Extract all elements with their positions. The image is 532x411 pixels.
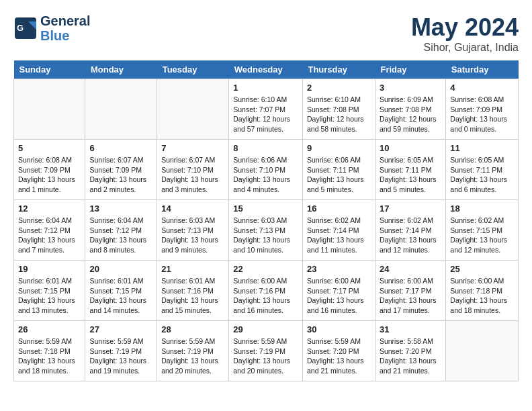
day-info: Sunrise: 5:59 AMSunset: 7:18 PMDaylight:…: [18, 336, 81, 376]
weekday-header-saturday: Saturday: [446, 60, 519, 79]
calendar-week-row: 26Sunrise: 5:59 AMSunset: 7:18 PMDayligh…: [14, 321, 519, 381]
day-number: 1: [233, 83, 298, 93]
day-number: 5: [18, 143, 81, 153]
day-info: Sunrise: 6:01 AMSunset: 7:16 PMDaylight:…: [161, 276, 224, 316]
day-info: Sunrise: 6:02 AMSunset: 7:15 PMDaylight:…: [450, 216, 514, 255]
day-info: Sunrise: 6:01 AMSunset: 7:15 PMDaylight:…: [89, 276, 152, 316]
day-info: Sunrise: 6:07 AMSunset: 7:10 PMDaylight:…: [161, 155, 224, 195]
day-info: Sunrise: 5:59 AMSunset: 7:19 PMDaylight:…: [89, 336, 152, 376]
month-title: May 2024: [411, 13, 519, 42]
calendar-day-12: 12Sunrise: 6:04 AMSunset: 7:12 PMDayligh…: [14, 200, 85, 261]
logo-icon: G: [13, 16, 38, 40]
calendar-day-2: 2Sunrise: 6:10 AMSunset: 7:08 PMDaylight…: [302, 79, 375, 140]
day-number: 10: [380, 143, 441, 153]
calendar-day-10: 10Sunrise: 6:05 AMSunset: 7:11 PMDayligh…: [375, 140, 445, 200]
calendar-day-27: 27Sunrise: 5:59 AMSunset: 7:19 PMDayligh…: [85, 321, 157, 381]
day-info: Sunrise: 5:58 AMSunset: 7:20 PMDaylight:…: [380, 336, 441, 376]
calendar-day-26: 26Sunrise: 5:59 AMSunset: 7:18 PMDayligh…: [14, 321, 85, 381]
calendar-day-7: 7Sunrise: 6:07 AMSunset: 7:10 PMDaylight…: [157, 140, 229, 200]
day-number: 7: [161, 143, 224, 153]
empty-cell: [14, 79, 85, 140]
day-number: 22: [233, 264, 298, 274]
day-number: 31: [380, 324, 441, 334]
weekday-header-wednesday: Wednesday: [229, 60, 303, 79]
day-info: Sunrise: 6:05 AMSunset: 7:11 PMDaylight:…: [450, 155, 514, 195]
page-header: G General Blue May 2024 Sihor, Gujarat, …: [13, 13, 519, 54]
calendar-day-13: 13Sunrise: 6:04 AMSunset: 7:12 PMDayligh…: [85, 200, 157, 261]
day-number: 3: [380, 83, 441, 93]
calendar-day-23: 23Sunrise: 6:00 AMSunset: 7:17 PMDayligh…: [302, 261, 375, 321]
day-number: 30: [307, 324, 371, 334]
day-number: 19: [18, 264, 81, 274]
svg-text:G: G: [17, 23, 24, 33]
calendar-week-row: 5Sunrise: 6:08 AMSunset: 7:09 PMDaylight…: [14, 140, 519, 200]
day-number: 12: [18, 203, 81, 214]
calendar-day-25: 25Sunrise: 6:00 AMSunset: 7:18 PMDayligh…: [446, 261, 519, 321]
empty-cell: [446, 321, 519, 381]
calendar-day-1: 1Sunrise: 6:10 AMSunset: 7:07 PMDaylight…: [229, 79, 303, 140]
day-info: Sunrise: 6:04 AMSunset: 7:12 PMDaylight:…: [18, 216, 81, 255]
day-info: Sunrise: 5:59 AMSunset: 7:19 PMDaylight:…: [161, 336, 224, 376]
day-number: 20: [89, 264, 152, 274]
weekday-header-friday: Friday: [375, 60, 445, 79]
calendar-day-22: 22Sunrise: 6:00 AMSunset: 7:16 PMDayligh…: [229, 261, 303, 321]
calendar-day-4: 4Sunrise: 6:08 AMSunset: 7:09 PMDaylight…: [446, 79, 519, 140]
day-number: 6: [89, 143, 152, 153]
day-number: 14: [161, 203, 224, 214]
logo: G General Blue: [13, 13, 90, 43]
empty-cell: [157, 79, 229, 140]
calendar-header-row: SundayMondayTuesdayWednesdayThursdayFrid…: [14, 60, 519, 79]
day-number: 24: [380, 264, 441, 274]
calendar-day-11: 11Sunrise: 6:05 AMSunset: 7:11 PMDayligh…: [446, 140, 519, 200]
calendar-table: SundayMondayTuesdayWednesdayThursdayFrid…: [13, 60, 519, 381]
day-number: 17: [380, 203, 441, 214]
day-number: 8: [233, 143, 298, 153]
day-info: Sunrise: 6:02 AMSunset: 7:14 PMDaylight:…: [307, 216, 371, 255]
day-info: Sunrise: 5:59 AMSunset: 7:19 PMDaylight:…: [233, 336, 298, 376]
day-number: 21: [161, 264, 224, 274]
calendar-day-18: 18Sunrise: 6:02 AMSunset: 7:15 PMDayligh…: [446, 200, 519, 261]
calendar-week-row: 19Sunrise: 6:01 AMSunset: 7:15 PMDayligh…: [14, 261, 519, 321]
calendar-day-19: 19Sunrise: 6:01 AMSunset: 7:15 PMDayligh…: [14, 261, 85, 321]
day-info: Sunrise: 6:00 AMSunset: 7:17 PMDaylight:…: [380, 276, 441, 316]
calendar-day-5: 5Sunrise: 6:08 AMSunset: 7:09 PMDaylight…: [14, 140, 85, 200]
weekday-header-monday: Monday: [85, 60, 157, 79]
title-area: May 2024 Sihor, Gujarat, India: [411, 13, 519, 54]
calendar-day-16: 16Sunrise: 6:02 AMSunset: 7:14 PMDayligh…: [302, 200, 375, 261]
weekday-header-tuesday: Tuesday: [157, 60, 229, 79]
day-number: 11: [450, 143, 514, 153]
day-number: 23: [307, 264, 371, 274]
day-info: Sunrise: 6:00 AMSunset: 7:18 PMDaylight:…: [450, 276, 514, 316]
day-info: Sunrise: 6:00 AMSunset: 7:16 PMDaylight:…: [233, 276, 298, 316]
day-number: 26: [18, 324, 81, 334]
calendar-day-6: 6Sunrise: 6:07 AMSunset: 7:09 PMDaylight…: [85, 140, 157, 200]
calendar-day-30: 30Sunrise: 5:59 AMSunset: 7:20 PMDayligh…: [302, 321, 375, 381]
calendar-day-21: 21Sunrise: 6:01 AMSunset: 7:16 PMDayligh…: [157, 261, 229, 321]
day-number: 25: [450, 264, 514, 274]
calendar-day-15: 15Sunrise: 6:03 AMSunset: 7:13 PMDayligh…: [229, 200, 303, 261]
day-info: Sunrise: 6:08 AMSunset: 7:09 PMDaylight:…: [18, 155, 81, 195]
calendar-week-row: 12Sunrise: 6:04 AMSunset: 7:12 PMDayligh…: [14, 200, 519, 261]
logo-general: General: [40, 13, 90, 28]
day-number: 4: [450, 83, 514, 93]
calendar-day-14: 14Sunrise: 6:03 AMSunset: 7:13 PMDayligh…: [157, 200, 229, 261]
day-number: 9: [307, 143, 371, 153]
calendar-day-8: 8Sunrise: 6:06 AMSunset: 7:10 PMDaylight…: [229, 140, 303, 200]
day-number: 2: [307, 83, 371, 93]
day-number: 13: [89, 203, 152, 214]
day-info: Sunrise: 6:04 AMSunset: 7:12 PMDaylight:…: [89, 216, 152, 255]
day-info: Sunrise: 6:06 AMSunset: 7:10 PMDaylight:…: [233, 155, 298, 195]
calendar-day-31: 31Sunrise: 5:58 AMSunset: 7:20 PMDayligh…: [375, 321, 445, 381]
day-number: 18: [450, 203, 514, 214]
weekday-header-sunday: Sunday: [14, 60, 85, 79]
day-info: Sunrise: 5:59 AMSunset: 7:20 PMDaylight:…: [307, 336, 371, 376]
day-info: Sunrise: 6:03 AMSunset: 7:13 PMDaylight:…: [161, 216, 224, 255]
day-info: Sunrise: 6:06 AMSunset: 7:11 PMDaylight:…: [307, 155, 371, 195]
calendar-day-20: 20Sunrise: 6:01 AMSunset: 7:15 PMDayligh…: [85, 261, 157, 321]
day-number: 15: [233, 203, 298, 214]
day-number: 29: [233, 324, 298, 334]
day-number: 16: [307, 203, 371, 214]
day-info: Sunrise: 6:00 AMSunset: 7:17 PMDaylight:…: [307, 276, 371, 316]
calendar-day-17: 17Sunrise: 6:02 AMSunset: 7:14 PMDayligh…: [375, 200, 445, 261]
calendar-day-9: 9Sunrise: 6:06 AMSunset: 7:11 PMDaylight…: [302, 140, 375, 200]
